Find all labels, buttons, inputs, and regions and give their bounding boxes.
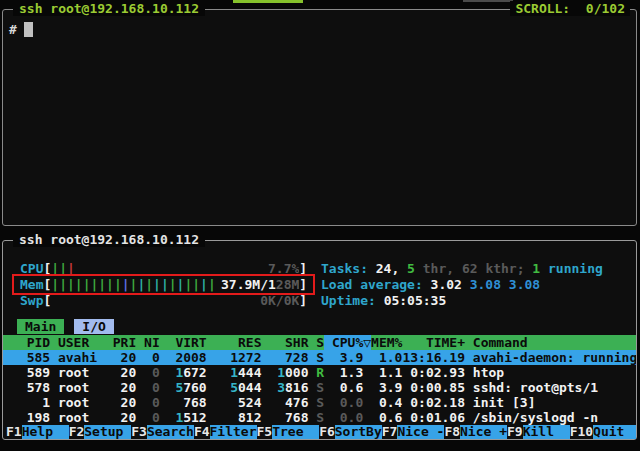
cell-res-prefix: 5 [207, 380, 238, 395]
tasks-line-segment: 1 [532, 261, 540, 276]
process-row[interactable]: 1 root 20 0 768 524 476 S 0.0 0.4 0:02.1… [3, 395, 636, 410]
cell-mem: 3.9 [363, 380, 402, 395]
fkey-f5[interactable]: F5 [257, 425, 273, 439]
cell-virt-prefix: 1 [160, 365, 183, 380]
cell-s: S [316, 380, 324, 395]
bracket-open: [ [43, 293, 51, 309]
tasks-line: Tasks: 24, 5 thr, 62 kthr; 1 running [321, 261, 603, 277]
bar-tick: | [200, 277, 208, 292]
cell-cpu: 0.0 [324, 395, 363, 410]
meter-text: 0K/0K [260, 293, 299, 308]
fkey-f10[interactable]: F10 [570, 425, 593, 439]
fkey-label-search[interactable]: Search [147, 425, 194, 439]
cell-ni: 0 [136, 380, 159, 395]
header-gap [465, 335, 473, 350]
cell-res: 444 [238, 365, 261, 380]
fkey-label-filter[interactable]: Filter [210, 425, 257, 439]
cell-shr-prefix: 3 [262, 380, 285, 395]
uptime-line-segment: 05:05:35 [384, 293, 447, 308]
terminal-pane-top[interactable]: ssh root@192.168.10.112 SCROLL: 0/102 # [2, 9, 637, 226]
header-sort-cpu: CPU%▽ [324, 335, 371, 350]
header-cell-virt: VIRT [160, 335, 207, 350]
cell-pri: 20 [105, 410, 136, 425]
cell-res: 044 [238, 380, 261, 395]
cell-cmd: /sbin/syslogd -n [473, 410, 598, 425]
cell-pid: 1 [11, 395, 50, 410]
bar-tick: | [75, 277, 83, 292]
tasks-line-segment: 5 [407, 261, 415, 276]
fkey-f2[interactable]: F2 [69, 425, 85, 439]
header-cell-user: USER [58, 335, 105, 350]
tasks-line-segment: thr, [415, 261, 462, 276]
fkey-f4[interactable]: F4 [194, 425, 210, 439]
cell-gap [50, 395, 58, 410]
tasks-line-segment: , [391, 261, 407, 276]
fkey-label-nice-[interactable]: Nice - [397, 425, 444, 439]
cell-mem: 1.0 [363, 350, 402, 365]
tab-i-o[interactable]: I/O [74, 319, 113, 334]
scroll-indicator: SCROLL: 0/102 [510, 1, 630, 16]
cell-gap [465, 350, 473, 365]
bar-tick: | [59, 277, 67, 292]
bar-tick: | [114, 277, 122, 292]
scroll-gap [570, 1, 586, 16]
shell-prompt-line[interactable]: # [9, 22, 33, 37]
fkey-label-setup[interactable]: Setup [84, 425, 131, 439]
process-row[interactable]: 198 root 20 0 1512 812 768 S 0.0 0.6 0:0… [3, 410, 636, 425]
process-row[interactable]: 589 root 20 0 1672 1444 1000 R 1.3 1.1 0… [3, 365, 636, 380]
function-key-bar: F1Help F2Setup F3SearchF4FilterF5Tree F6… [3, 425, 636, 439]
tab-main[interactable]: Main [17, 319, 64, 334]
meter-text: 7.7% [268, 261, 299, 276]
fkey-label-quit[interactable]: Quit [593, 425, 636, 439]
header-cell-shr: SHR [262, 335, 309, 350]
fkey-f7[interactable]: F7 [382, 425, 398, 439]
cell-mem: 1.1 [363, 365, 402, 380]
fkey-f3[interactable]: F3 [131, 425, 147, 439]
tasks-line-segment: Tasks: [321, 261, 376, 276]
process-row[interactable]: 578 root 20 0 5760 5044 3816 S 0.6 3.9 0… [3, 380, 636, 395]
cell-virt: 672 [183, 365, 206, 380]
bracket-close: ] [299, 277, 307, 293]
fkey-f6[interactable]: F6 [319, 425, 335, 439]
cell-pri: 20 [105, 380, 136, 395]
fkey-label-sortby[interactable]: SortBy [335, 425, 382, 439]
cell-res: 524 [207, 395, 262, 410]
bar-tick: | [51, 277, 59, 292]
cell-cmd: htop [473, 365, 504, 380]
fkey-f1[interactable]: F1 [6, 425, 22, 439]
cell-pri: 20 [105, 395, 136, 410]
load-average-line-segment: 3.08 [470, 277, 509, 292]
cell-virt-prefix: 1 [160, 410, 183, 425]
fkey-f9[interactable]: F9 [507, 425, 523, 439]
cell-gap [50, 410, 58, 425]
fkey-f8[interactable]: F8 [444, 425, 460, 439]
meter-cpu-label: CPU [20, 261, 43, 277]
cell-mem: 0.6 [363, 410, 402, 425]
top-edge-artifact-green [233, 0, 303, 3]
cell-virt: 2008 [160, 350, 207, 365]
fkey-label-kill[interactable]: Kill [523, 425, 570, 439]
process-table-header[interactable]: PID USER PRI NI VIRT RES SHR S CPU%▽MEM%… [3, 335, 636, 350]
cell-gap [465, 395, 473, 410]
fkey-label-tree[interactable]: Tree [272, 425, 319, 439]
fkey-label-help[interactable]: Help [22, 425, 69, 439]
bar-tick: | [67, 277, 75, 292]
meter-mem: Mem[|||||||||||||||||||||37.9M/128M] [20, 277, 307, 293]
cell-shr-prefix: 1 [262, 365, 285, 380]
pane-title-top: ssh root@192.168.10.112 [13, 1, 205, 16]
cell-gap [465, 365, 473, 380]
cell-user: root [58, 380, 105, 395]
header-cell-mem: MEM% [371, 335, 402, 350]
terminal-pane-bottom[interactable]: ssh root@192.168.10.112 CPU[|||7.7%]Mem[… [2, 240, 637, 440]
header-cell-pid: PID [11, 335, 50, 350]
process-table-rows: 585 avahi 20 0 2008 1272 728 S 3.9 1.013… [3, 350, 636, 425]
bracket-close: ] [299, 261, 307, 277]
process-row[interactable]: 585 avahi 20 0 2008 1272 728 S 3.9 1.013… [3, 350, 636, 365]
cell-res: 1272 [207, 350, 262, 365]
meter-swp-bar: 0K/0K [51, 293, 299, 309]
header-cell-res: RES [207, 335, 262, 350]
tasks-line-segment: 24 [376, 261, 392, 276]
cell-gap [50, 380, 58, 395]
htop-stats: Tasks: 24, 5 thr, 62 kthr; 1 runningLoad… [321, 261, 603, 309]
fkey-label-nice-[interactable]: Nice + [460, 425, 507, 439]
